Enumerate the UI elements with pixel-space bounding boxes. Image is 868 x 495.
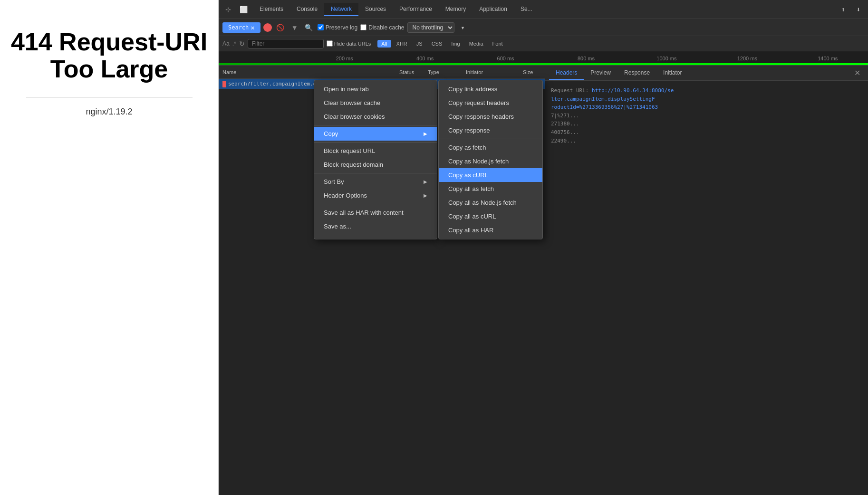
preserve-log-checkbox[interactable]	[318, 24, 324, 30]
record-button[interactable]	[263, 23, 272, 32]
filter-input[interactable]	[248, 39, 324, 48]
context-menu-block-domain[interactable]: Block request domain	[314, 158, 437, 171]
devtools-panel: ⊹ ⬜ Elements Console Network Sources Per…	[219, 0, 868, 495]
hide-data-urls-checkbox[interactable]	[327, 40, 333, 47]
search-tab[interactable]: Search ✕	[222, 22, 260, 33]
col-header-type[interactable]: Type	[428, 69, 466, 75]
device-icon[interactable]: ⬜	[238, 4, 249, 15]
menu-divider-1	[314, 125, 437, 125]
network-toolbar: Search ✕ 🚫 ▼ 🔍 Preserve log Disable cach…	[219, 19, 868, 36]
copy-all-as-fetch[interactable]: Copy all as fetch	[439, 182, 542, 196]
copy-all-as-har[interactable]: Copy all as HAR	[439, 223, 542, 237]
filter-js[interactable]: JS	[413, 40, 426, 48]
save-as-label: Save as...	[324, 223, 351, 230]
filter-xhr[interactable]: XHR	[393, 40, 411, 48]
copy-request-headers[interactable]: Copy request headers	[439, 96, 542, 110]
search-close-icon[interactable]: ✕	[251, 24, 254, 31]
timeline-400ms: 400 ms	[385, 56, 465, 61]
col-header-initiator[interactable]: Initiator	[466, 69, 523, 75]
filter-font[interactable]: Font	[489, 40, 507, 48]
regex-icon[interactable]: .*	[232, 40, 236, 47]
tab-memory[interactable]: Memory	[439, 3, 473, 16]
search-tab-label: Search	[228, 24, 249, 31]
copy-req-headers-label: Copy request headers	[448, 99, 509, 106]
copy-all-as-curl[interactable]: Copy all as cURL	[439, 209, 542, 223]
divider	[26, 97, 193, 97]
tab-elements[interactable]: Elements	[253, 3, 290, 16]
timeline-600ms: 600 ms	[465, 56, 546, 61]
page-title: 414 Request-URI Too Large	[0, 29, 218, 83]
detail-tab-response[interactable]: Response	[617, 67, 656, 80]
col-header-name[interactable]: Name	[219, 69, 399, 75]
download-icon[interactable]: ⬇	[853, 4, 864, 15]
context-menu-header-options[interactable]: Header Options ▶	[314, 189, 437, 202]
col-header-status[interactable]: Status	[399, 69, 428, 75]
clear-cookies-label: Clear browser cookies	[324, 113, 385, 120]
copy-all-as-nodejs-fetch[interactable]: Copy all as Node.js fetch	[439, 196, 542, 209]
block-domain-label: Block request domain	[324, 161, 383, 168]
context-menu-save-as[interactable]: Save as...	[314, 219, 437, 233]
tab-console[interactable]: Console	[290, 3, 324, 16]
clear-cache-label: Clear browser cache	[324, 99, 380, 106]
detail-content: Request URL: http://10.90.64.34:8080/se …	[545, 81, 868, 495]
copy-curl-label: Copy as cURL	[448, 171, 488, 179]
copy-link-address[interactable]: Copy link address	[439, 82, 542, 96]
copy-response-label: Copy response	[448, 127, 490, 134]
filter-img[interactable]: Img	[447, 40, 463, 48]
search-icon[interactable]: 🔍	[303, 22, 315, 33]
copy-label: Copy	[324, 130, 338, 137]
context-menu-clear-cache[interactable]: Clear browser cache	[314, 96, 437, 110]
context-menu-sort-by[interactable]: Sort By ▶	[314, 175, 437, 189]
refresh-icon[interactable]: ↻	[239, 40, 245, 48]
menu-divider-4	[314, 204, 437, 204]
context-menu-save-har[interactable]: Save all as HAR with content	[314, 206, 437, 219]
request-url-extra3: 400756...	[551, 129, 579, 135]
timeline-progress-bar	[219, 63, 868, 65]
hide-data-urls-label[interactable]: Hide data URLs	[327, 40, 371, 47]
context-menu-block-url[interactable]: Block request URL	[314, 144, 437, 158]
filter-all[interactable]: All	[377, 40, 391, 48]
block-url-label: Block request URL	[324, 147, 375, 154]
detail-panel-tabs: Headers Preview Response Initiator ✕	[545, 66, 868, 81]
request-url-cont1: lter.campaignItem.displaySettingF	[551, 96, 655, 102]
tab-network[interactable]: Network	[324, 3, 358, 16]
filter-css[interactable]: CSS	[428, 40, 446, 48]
upload-icon[interactable]: ⬆	[838, 4, 849, 15]
timeline-200ms: 200 ms	[304, 56, 385, 61]
copy-as-nodejs-fetch[interactable]: Copy as Node.js fetch	[439, 154, 542, 168]
detail-tab-headers[interactable]: Headers	[549, 67, 584, 80]
context-menu-copy[interactable]: Copy ▶	[314, 127, 437, 141]
filter-icon[interactable]: ▼	[289, 22, 300, 33]
copy-as-curl[interactable]: Copy as cURL	[439, 168, 542, 182]
request-url-value: http://10.90.64.34:8080/se	[592, 87, 674, 94]
detail-close-button[interactable]: ✕	[850, 68, 864, 77]
request-url-extra2: 271380...	[551, 121, 579, 127]
request-url-label: Request URL:	[551, 87, 588, 94]
context-menu-open-tab[interactable]: Open in new tab	[314, 82, 437, 96]
context-menu-clear-cookies[interactable]: Clear browser cookies	[314, 110, 437, 124]
detail-panel: Headers Preview Response Initiator ✕ Req…	[545, 66, 868, 495]
copy-as-fetch[interactable]: Copy as fetch	[439, 141, 542, 154]
throttle-arrow-icon[interactable]: ▾	[457, 22, 469, 33]
request-url-extra4: 22490...	[551, 138, 576, 144]
tab-application[interactable]: Application	[473, 3, 514, 16]
disable-cache-checkbox[interactable]	[360, 24, 366, 30]
tab-more[interactable]: Se...	[514, 3, 539, 16]
clear-button[interactable]: 🚫	[275, 22, 286, 33]
request-url-section: Request URL: http://10.90.64.34:8080/se …	[551, 86, 862, 145]
disable-cache-label[interactable]: Disable cache	[360, 24, 404, 31]
tab-performance[interactable]: Performance	[393, 3, 439, 16]
tab-sources[interactable]: Sources	[358, 3, 393, 16]
preserve-log-label[interactable]: Preserve log	[318, 24, 357, 31]
detail-tab-initiator[interactable]: Initiator	[656, 67, 688, 80]
devtools-tabs-toolbar: ⊹ ⬜ Elements Console Network Sources Per…	[219, 0, 868, 19]
copy-response[interactable]: Copy response	[439, 124, 542, 137]
cursor-icon[interactable]: ⊹	[222, 4, 234, 15]
filter-media[interactable]: Media	[465, 40, 487, 48]
row-status-indicator	[222, 81, 226, 87]
copy-all-har-label: Copy all as HAR	[448, 227, 493, 234]
detail-tab-preview[interactable]: Preview	[584, 67, 617, 80]
copy-response-headers[interactable]: Copy response headers	[439, 110, 542, 124]
throttle-select[interactable]: No throttling	[407, 22, 454, 33]
font-aa-icon[interactable]: Aa	[222, 40, 230, 47]
